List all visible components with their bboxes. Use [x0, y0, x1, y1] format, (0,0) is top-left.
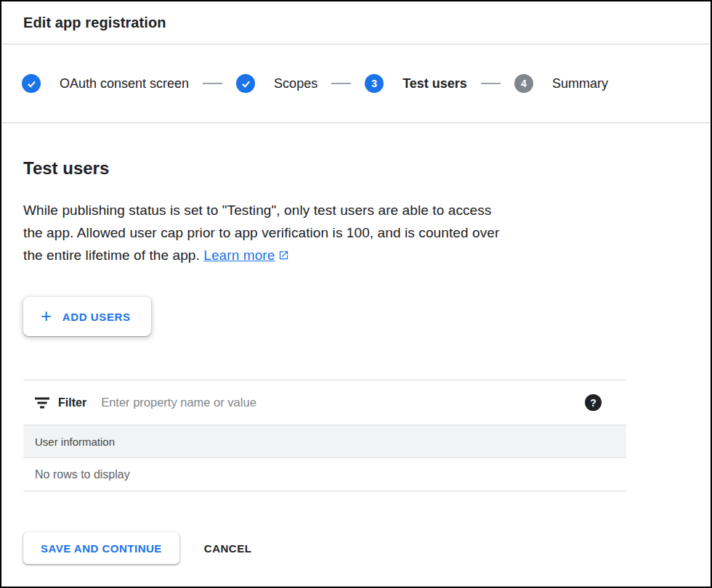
filter-icon — [35, 397, 49, 409]
stepper-step-oauth-consent-screen[interactable]: OAuth consent screen — [22, 74, 189, 93]
description-line: the entire lifetime of the app. Learn mo… — [23, 244, 689, 266]
stepper-step-summary[interactable]: 4 Summary — [514, 74, 608, 93]
stepper-step-test-users[interactable]: 3 Test users — [365, 74, 467, 93]
step-label: Summary — [552, 76, 608, 91]
wizard-stepper: OAuth consent screen Scopes 3 Test users… — [1, 45, 711, 123]
column-header-user-information: User information — [35, 436, 115, 448]
test-users-table: Filter ? User information No rows to dis… — [23, 380, 626, 491]
table-empty-row: No rows to display — [23, 458, 626, 491]
step-number-badge: 3 — [365, 74, 384, 93]
page-header-title: Edit app registration — [23, 15, 166, 31]
step-label: Test users — [402, 76, 467, 91]
empty-message: No rows to display — [35, 468, 130, 481]
step-separator — [203, 83, 222, 84]
table-header-row: User information — [23, 425, 626, 458]
step-complete-check-icon — [22, 74, 41, 93]
description-line: While publishing status is set to "Testi… — [23, 199, 689, 221]
filter-bar: Filter ? — [23, 380, 626, 425]
save-and-continue-button[interactable]: SAVE AND CONTINUE — [23, 532, 179, 564]
step-separator — [331, 83, 351, 84]
description-line: the app. Allowed user cap prior to app v… — [23, 221, 689, 244]
section-title: Test users — [23, 158, 689, 179]
learn-more-link[interactable]: Learn more — [203, 244, 289, 266]
add-users-button[interactable]: + ADD USERS — [23, 297, 151, 336]
plus-icon: + — [41, 306, 52, 325]
step-number-badge: 4 — [514, 74, 533, 93]
section-description: While publishing status is set to "Testi… — [23, 199, 689, 266]
page-header: Edit app registration — [1, 1, 711, 45]
main-content: Test users While publishing status is se… — [1, 158, 711, 491]
filter-label: Filter — [58, 396, 86, 409]
step-label: Scopes — [274, 76, 317, 91]
footer-actions: SAVE AND CONTINUE CANCEL — [1, 532, 711, 564]
external-link-icon — [278, 250, 289, 261]
help-icon[interactable]: ? — [585, 394, 602, 411]
cancel-button[interactable]: CANCEL — [204, 542, 252, 555]
step-separator — [481, 83, 501, 84]
step-complete-check-icon — [236, 74, 255, 93]
step-label: OAuth consent screen — [60, 76, 189, 91]
filter-input[interactable] — [101, 396, 576, 409]
stepper-step-scopes[interactable]: Scopes — [236, 74, 317, 93]
